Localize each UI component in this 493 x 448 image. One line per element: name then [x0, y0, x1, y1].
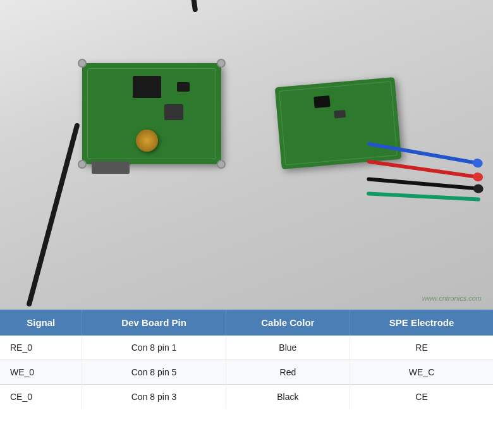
cell-color-1: Red — [226, 360, 350, 385]
probe-tip-blue — [472, 158, 484, 169]
standoff-tr — [217, 59, 226, 68]
cell-color-0: Blue — [226, 336, 350, 360]
standoff-br — [217, 160, 226, 169]
table-area: Signal Dev Board Pin Cable Color SPE Ele… — [0, 310, 493, 448]
cell-pin-0: Con 8 pin 1 — [82, 336, 226, 360]
chip-right-1 — [313, 95, 330, 108]
pcb-left-board — [82, 63, 221, 164]
probe-tip-red — [472, 172, 484, 182]
cell-pin-1: Con 8 pin 5 — [82, 360, 226, 385]
board-left-assembly — [82, 63, 234, 177]
chip-1 — [133, 76, 161, 98]
standoff-bl — [78, 160, 87, 169]
standoff-tl — [78, 59, 87, 68]
header-spe-electrode: SPE Electrode — [350, 310, 493, 336]
cell-signal-2: CE_0 — [0, 385, 82, 409]
cable-green — [367, 191, 480, 201]
table-row: WE_0 Con 8 pin 5 Red WE_C — [0, 360, 493, 385]
table-row: RE_0 Con 8 pin 1 Blue RE — [0, 336, 493, 360]
cell-signal-0: RE_0 — [0, 336, 82, 360]
cell-signal-1: WE_0 — [0, 360, 82, 385]
connector-bottom — [92, 161, 130, 174]
header-cable-color: Cable Color — [226, 310, 350, 336]
main-container: www.cntronics.com Signal Dev Board Pin C… — [0, 0, 493, 448]
cell-color-2: Black — [226, 385, 350, 409]
cell-pin-2: Con 8 pin 3 — [82, 385, 226, 409]
table-row: CE_0 Con 8 pin 3 Black CE — [0, 385, 493, 409]
connection-table: Signal Dev Board Pin Cable Color SPE Ele… — [0, 310, 493, 409]
chip-right-2 — [334, 110, 346, 119]
watermark: www.cntronics.com — [422, 294, 482, 302]
cell-electrode-2: CE — [350, 385, 493, 409]
cell-electrode-0: RE — [350, 336, 493, 360]
table-header: Signal Dev Board Pin Cable Color SPE Ele… — [0, 310, 493, 336]
photo-area: www.cntronics.com — [0, 0, 493, 310]
round-connector — [136, 130, 158, 152]
chip-2 — [164, 104, 183, 120]
cables-area — [240, 126, 493, 303]
cell-electrode-1: WE_C — [350, 360, 493, 385]
table-body: RE_0 Con 8 pin 1 Blue RE WE_0 Con 8 pin … — [0, 336, 493, 409]
chip-3 — [177, 82, 190, 92]
cable-black — [367, 177, 480, 191]
probe-tip-black — [473, 184, 484, 193]
header-dev-board-pin: Dev Board Pin — [82, 310, 226, 336]
header-signal: Signal — [0, 310, 82, 336]
header-row: Signal Dev Board Pin Cable Color SPE Ele… — [0, 310, 493, 336]
